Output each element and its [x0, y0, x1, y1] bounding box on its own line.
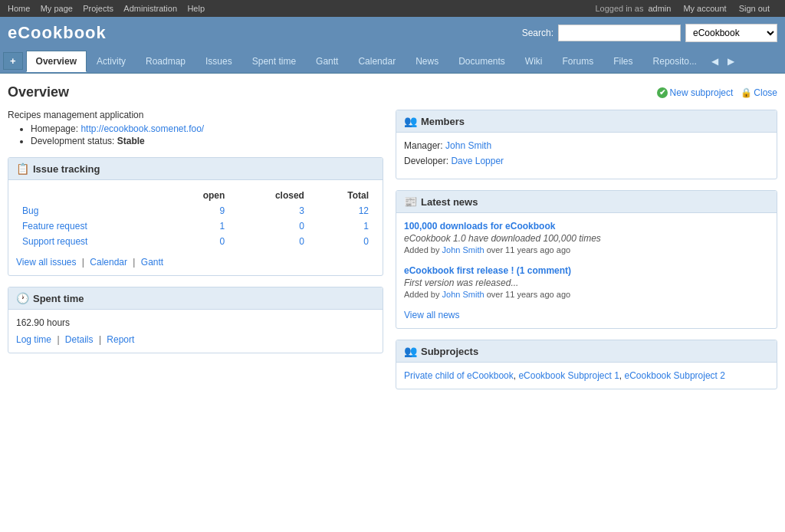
separator-3: | [57, 334, 59, 345]
issue-open-link[interactable]: 0 [220, 236, 225, 247]
subprojects-title: Subprojects [421, 346, 478, 357]
page-actions: ✔ New subproject 🔒 Close [657, 87, 777, 98]
tab-scroll-left[interactable]: ◀ [707, 51, 723, 71]
manager-row: Manager: John Smith [404, 140, 769, 151]
tab-news[interactable]: News [406, 51, 448, 71]
news-timeago-2: over 11 years ago [487, 290, 554, 299]
nav-home[interactable]: Home [8, 4, 30, 13]
nav-help[interactable]: Help [187, 4, 205, 13]
issue-gantt-link[interactable]: Gantt [141, 257, 163, 268]
dev-status-value: Stable [117, 136, 145, 146]
news-author-link-2[interactable]: John Smith [442, 290, 484, 299]
left-column: Recipes management application Homepage:… [8, 110, 383, 364]
tab-navigation: + Overview Activity Roadmap Issues Spent… [0, 49, 785, 74]
project-description-text: Recipes management application [8, 110, 383, 120]
issue-closed-cell: 3 [231, 203, 310, 218]
issue-tracking-header: 📋 Issue tracking [8, 158, 383, 180]
search-scope-select[interactable]: eCookbook [685, 24, 777, 42]
issue-total-link[interactable]: 12 [359, 205, 369, 216]
issue-type-cell: Support request [16, 234, 166, 249]
issue-type-link[interactable]: Support request [22, 236, 87, 247]
issue-closed-link[interactable]: 0 [299, 221, 304, 232]
tab-documents[interactable]: Documents [448, 51, 515, 71]
add-tab-button[interactable]: + [3, 52, 23, 70]
top-nav-left: Home My page Projects Administration Hel… [8, 3, 212, 14]
search-input[interactable] [558, 25, 681, 41]
tab-files[interactable]: Files [603, 51, 642, 71]
spent-time-header: 🕐 Spent time [8, 287, 383, 310]
issue-closed-link[interactable]: 0 [299, 236, 304, 247]
nav-projects[interactable]: Projects [83, 4, 113, 13]
issue-links: View all issues | Calendar | Gantt [16, 257, 375, 268]
issue-closed-cell: 0 [231, 218, 310, 234]
issue-total-link[interactable]: 0 [363, 236, 369, 247]
news-meta-1: Added by John Smith over 11 years ago ag… [404, 245, 769, 255]
page-header: Overview ✔ New subproject 🔒 Close [8, 84, 777, 100]
nav-mypage[interactable]: My page [41, 4, 73, 13]
issue-calendar-link[interactable]: Calendar [90, 257, 127, 268]
subproject-link-1[interactable]: eCookbook Subproject 1 [518, 370, 619, 381]
admin-user-link[interactable]: admin [648, 4, 671, 13]
news-desc-2: First version was released... [404, 277, 769, 288]
tab-gantt[interactable]: Gantt [306, 51, 348, 71]
issue-total-cell: 0 [310, 234, 375, 249]
report-link[interactable]: Report [107, 334, 134, 345]
members-title: Members [421, 116, 465, 127]
news-author-link-1[interactable]: John Smith [442, 245, 484, 255]
spent-time-icon: 🕐 [16, 292, 28, 304]
sign-out-link[interactable]: Sign out [739, 4, 770, 13]
subproject-link-2[interactable]: eCookbook Subproject 2 [625, 370, 725, 381]
nav-administration[interactable]: Administration [123, 4, 177, 13]
new-subproject-icon: ✔ [657, 87, 668, 98]
manager-link[interactable]: John Smith [445, 140, 491, 151]
news-icon: 📰 [404, 195, 416, 208]
issue-table-body: Bug 9 3 12 Feature request 1 0 1 Support… [16, 203, 375, 249]
tab-repository[interactable]: Reposito... [643, 51, 707, 71]
issue-type-link[interactable]: Bug [22, 205, 38, 216]
issue-tracking-title: Issue tracking [33, 163, 100, 175]
news-link-1[interactable]: 100,000 downloads for eCookbook [404, 221, 555, 232]
tab-spent-time[interactable]: Spent time [242, 51, 306, 71]
tab-activity[interactable]: Activity [87, 51, 136, 71]
tab-scroll-right[interactable]: ▶ [723, 51, 739, 71]
members-body: Manager: John Smith Developer: Dave Lopp… [396, 133, 777, 179]
tab-overview[interactable]: Overview [26, 51, 87, 72]
details-link[interactable]: Details [65, 334, 94, 345]
log-time-link[interactable]: Log time [16, 334, 51, 345]
subproject-sep-1: , [619, 370, 625, 381]
homepage-label: Homepage: [31, 123, 78, 134]
tab-wiki[interactable]: Wiki [515, 51, 553, 71]
view-all-news-link[interactable]: View all news [404, 310, 459, 320]
latest-news-title: Latest news [421, 196, 478, 208]
homepage-link[interactable]: http://ecookbook.somenet.foo/ [80, 123, 204, 134]
news-desc-1: eCookbook 1.0 have downloaded 100,000 ti… [404, 233, 769, 244]
my-account-link[interactable]: My account [683, 4, 726, 13]
spent-time-body: 162.90 hours Log time | Details | Report [8, 310, 383, 353]
subprojects-icon: 👥 [404, 345, 416, 357]
issue-open-cell: 9 [166, 203, 232, 218]
issue-type-link[interactable]: Feature request [22, 221, 87, 232]
app-header: eCookbook Search: eCookbook [0, 17, 785, 49]
issue-open-link[interactable]: 9 [220, 205, 225, 216]
tab-roadmap[interactable]: Roadmap [136, 51, 195, 71]
tab-calendar[interactable]: Calendar [348, 51, 406, 71]
subproject-link-0[interactable]: Private child of eCookbook [404, 370, 514, 381]
subprojects-header: 👥 Subprojects [396, 340, 777, 363]
new-subproject-link[interactable]: ✔ New subproject [657, 87, 734, 98]
issue-tracking-panel: 📋 Issue tracking open closed Total [8, 157, 383, 276]
view-all-issues-link[interactable]: View all issues [16, 257, 76, 268]
tab-forums[interactable]: Forums [553, 51, 604, 71]
issue-total-link[interactable]: 1 [363, 221, 369, 232]
issue-table: open closed Total Bug 9 3 12 Feature req… [16, 188, 375, 249]
issue-closed-link[interactable]: 3 [299, 205, 304, 216]
news-link-2[interactable]: eCookbook first release ! (1 comment) [404, 265, 571, 276]
close-link[interactable]: 🔒 Close [741, 87, 777, 98]
dev-status-item: Development status: Stable [31, 136, 383, 146]
news-title-2: eCookbook first release ! (1 comment) [404, 265, 769, 276]
developer-link[interactable]: Dave Lopper [451, 156, 504, 166]
issue-open-link[interactable]: 1 [220, 221, 225, 232]
news-item-2: eCookbook first release ! (1 comment) Fi… [404, 265, 769, 299]
tab-issues[interactable]: Issues [195, 51, 242, 71]
close-label: Close [754, 87, 777, 98]
issue-col-total: Total [310, 188, 375, 203]
